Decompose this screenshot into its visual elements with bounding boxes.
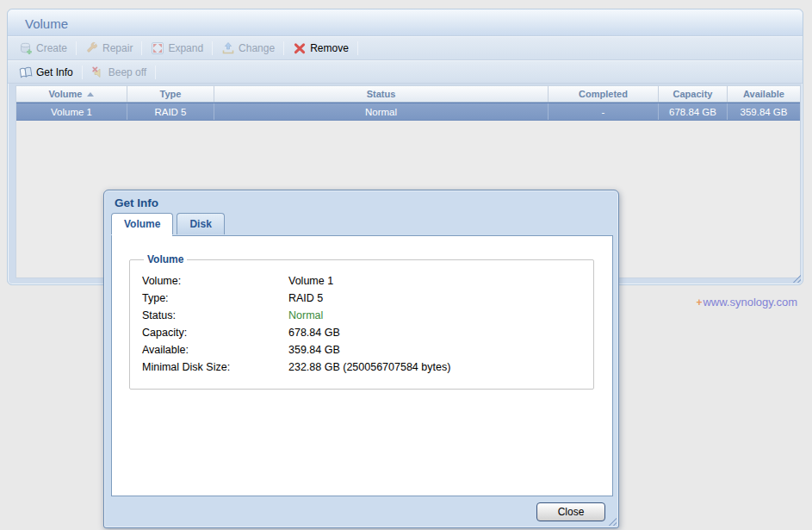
field-label-capacity: Capacity:: [142, 327, 288, 339]
field-value-status: Normal: [288, 309, 323, 321]
expand-button-label: Expand: [168, 42, 203, 54]
dialog-body: Volume Volume: Volume 1 Type: RAID 5 Sta…: [111, 235, 613, 496]
column-header-available[interactable]: Available: [728, 86, 800, 102]
get-info-dialog: Get Info Volume Disk Volume Volume: Volu…: [103, 190, 619, 528]
dialog-title: Get Info: [104, 190, 618, 213]
field-label-minimal-disk-size: Minimal Disk Size:: [142, 361, 288, 373]
beep-off-icon: [91, 65, 105, 79]
column-header-type-label: Type: [160, 89, 182, 99]
create-button[interactable]: Create: [16, 40, 70, 57]
column-header-status[interactable]: Status: [214, 86, 549, 102]
create-button-label: Create: [36, 42, 67, 54]
toolbar-primary: Create Repair Expand: [8, 36, 803, 60]
tab-disk[interactable]: Disk: [177, 213, 224, 234]
create-icon: [19, 41, 33, 55]
column-header-capacity[interactable]: Capacity: [659, 86, 728, 102]
dialog-footer: Close: [104, 496, 618, 527]
column-header-available-label: Available: [743, 89, 784, 99]
repair-button-label: Repair: [102, 42, 133, 54]
column-header-completed-label: Completed: [579, 89, 628, 99]
cell-capacity: 678.84 GB: [659, 103, 728, 120]
field-row: Type: RAID 5: [142, 290, 593, 307]
field-value-minimal-disk-size: 232.88 GB (250056707584 bytes): [288, 361, 450, 373]
field-value-available: 359.84 GB: [288, 344, 340, 356]
field-row: Minimal Disk Size: 232.88 GB (2500567075…: [142, 359, 593, 376]
toolbar-secondary: Get Info Beep off: [8, 60, 803, 84]
cell-completed: -: [549, 103, 659, 120]
toolbar-separator: [212, 41, 213, 55]
column-header-volume[interactable]: Volume: [16, 86, 127, 102]
expand-icon: [151, 41, 164, 55]
get-info-button-label: Get Info: [36, 66, 73, 78]
toolbar-separator: [155, 65, 156, 79]
field-label-available: Available:: [142, 344, 288, 356]
field-value-volume: Volume 1: [288, 275, 333, 287]
toolbar-separator: [141, 41, 142, 55]
toolbar-separator: [357, 41, 358, 55]
field-row: Available: 359.84 GB: [142, 341, 593, 359]
remove-button[interactable]: Remove: [290, 40, 351, 57]
field-value-capacity: 678.84 GB: [288, 327, 340, 339]
tab-volume[interactable]: Volume: [111, 213, 173, 234]
cell-volume: Volume 1: [16, 103, 127, 120]
field-row: Status: Normal: [142, 307, 593, 324]
field-label-status: Status:: [142, 309, 288, 321]
change-button[interactable]: Change: [219, 40, 277, 57]
plus-icon: +: [696, 296, 702, 309]
cell-status: Normal: [214, 103, 549, 120]
repair-button[interactable]: Repair: [83, 40, 135, 57]
get-info-button[interactable]: Get Info: [16, 64, 76, 81]
column-header-completed[interactable]: Completed: [549, 86, 659, 102]
close-button[interactable]: Close: [536, 502, 605, 521]
toolbar-separator: [82, 65, 83, 79]
column-header-type[interactable]: Type: [127, 86, 214, 102]
field-label-volume: Volume:: [142, 275, 288, 287]
toolbar-separator: [283, 41, 284, 55]
beep-off-button[interactable]: Beep off: [89, 64, 149, 81]
field-value-type: RAID 5: [288, 292, 323, 304]
change-icon: [221, 41, 235, 55]
page-title: Volume: [8, 9, 803, 36]
page: { "panel": { "title": "Volume", "toolbar…: [0, 0, 812, 530]
get-info-icon: [19, 65, 33, 79]
change-button-label: Change: [239, 42, 275, 54]
dialog-tabs: Volume Disk: [104, 213, 618, 234]
column-header-capacity-label: Capacity: [673, 89, 713, 99]
cell-available: 359.84 GB: [728, 103, 800, 120]
table-header: Volume Type Status Completed Capacity Av…: [16, 86, 800, 103]
remove-icon: [293, 41, 307, 55]
volume-fieldset: Volume Volume: Volume 1 Type: RAID 5 Sta…: [129, 253, 594, 390]
volume-fieldset-legend: Volume: [144, 253, 187, 265]
column-header-status-label: Status: [367, 89, 396, 99]
cell-type: RAID 5: [127, 103, 214, 120]
field-row: Capacity: 678.84 GB: [142, 324, 593, 341]
field-row: Volume: Volume 1: [142, 272, 593, 290]
beep-off-button-label: Beep off: [108, 66, 146, 78]
table-row[interactable]: Volume 1 RAID 5 Normal - 678.84 GB 359.8…: [16, 103, 800, 121]
expand-button[interactable]: Expand: [148, 40, 206, 57]
toolbar-separator: [76, 41, 77, 55]
synology-link-wrap: + www.synology.com: [696, 296, 797, 309]
repair-icon: [85, 41, 99, 55]
column-header-volume-label: Volume: [49, 89, 83, 99]
field-label-type: Type:: [142, 292, 288, 304]
sort-asc-icon: [87, 92, 94, 97]
synology-link[interactable]: www.synology.com: [703, 296, 797, 309]
remove-button-label: Remove: [310, 42, 349, 54]
